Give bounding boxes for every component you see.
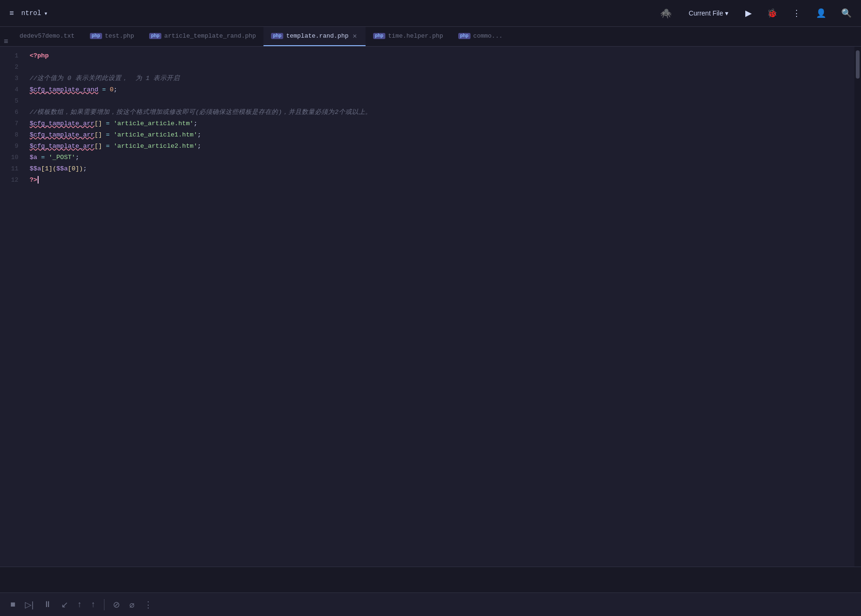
current-file-chevron-icon: ▾ (725, 9, 728, 17)
php-close-tag: ?> (30, 176, 37, 184)
line-content (26, 96, 854, 107)
code-line: 3 //这个值为 0 表示关闭此设置， 为 1 表示开启 (0, 73, 854, 84)
variable: $cfg_tamplate_rand (30, 86, 98, 93)
line-content: $cfg_tamplate_arr[] = 'article_article2.… (26, 141, 854, 152)
more-icon: ⋮ (792, 8, 801, 18)
current-file-button[interactable]: Current File ▾ (683, 7, 734, 20)
line-number: 12 (0, 175, 26, 186)
code-line: 12 ?> (0, 175, 854, 186)
tab-label: template.rand.php (286, 32, 349, 40)
main-toolbar: ≡ ntrol ▾ 🕷️ Current File ▾ ▶ 🐞 ⋮ 👤 🔍 (0, 0, 861, 27)
code-line: 4 $cfg_tamplate_rand = 0; (0, 84, 854, 96)
line-number: 1 (0, 50, 26, 62)
line-content: $cfg_tamplate_arr[] = 'article_article1.… (26, 129, 854, 141)
code-line: 10 $a = '_POST'; (0, 152, 854, 163)
php-badge: php (271, 33, 283, 39)
php-open-tag: <?php (30, 52, 49, 59)
code-line: 1 <?php (0, 50, 854, 62)
step-out-button[interactable]: ↑ (75, 597, 85, 612)
main-content: 1 <?php 2 3 //这个值为 0 表示关闭此设置， 为 1 表示开启 4… (0, 47, 861, 567)
step-up-icon: ↑ (91, 600, 96, 609)
toolbar-divider (104, 599, 104, 610)
tab-time-helper[interactable]: php time.helper.php (366, 27, 451, 46)
line-content: ?> (26, 175, 854, 186)
php-badge: php (90, 33, 102, 39)
tab-label: article_template_rand.php (164, 32, 256, 40)
tab-close-button[interactable]: ✕ (351, 33, 358, 40)
line-content: $$a[1]($$a[0]); (26, 163, 854, 175)
line-number: 2 (0, 62, 26, 73)
line-content: //模板数组，如果需要增加，按这个格式增加或修改即可(必须确保这些模板是存在的)… (26, 107, 854, 118)
code-line: 5 (0, 96, 854, 107)
line-content: //这个值为 0 表示关闭此设置， 为 1 表示开启 (26, 73, 854, 84)
menu-button[interactable]: ≡ (6, 7, 17, 19)
tab-common[interactable]: php commo... (451, 27, 510, 46)
tab-label: test.php (105, 32, 134, 40)
line-content: $a = '_POST'; (26, 152, 854, 163)
pause-button[interactable]: ⏸ (40, 597, 55, 612)
line-number: 9 (0, 141, 26, 152)
sidebar-toggle[interactable]: ≡ (0, 38, 12, 46)
add-user-button[interactable]: 👤 (812, 6, 830, 20)
line-number: 11 (0, 163, 26, 175)
tab-label: dedev57demo.txt (20, 32, 75, 40)
code-line: 6 //模板数组，如果需要增加，按这个格式增加或修改即可(必须确保这些模板是存在… (0, 107, 854, 118)
menu-icon: ≡ (9, 9, 14, 17)
line-content: $cfg_tamplate_arr[] = 'article_article.h… (26, 118, 854, 129)
code-area: 1 <?php 2 3 //这个值为 0 表示关闭此设置， 为 1 表示开启 4… (0, 47, 854, 567)
php-badge: php (373, 33, 385, 39)
step-over-icon: ▷| (25, 600, 34, 610)
toolbar-right: 🕷️ Current File ▾ ▶ 🐞 ⋮ 👤 🔍 (656, 6, 855, 21)
toolbar-left: ≡ ntrol ▾ (6, 7, 48, 19)
editor-scrollbar[interactable] (854, 47, 861, 567)
code-line: 7 $cfg_tamplate_arr[] = 'article_article… (0, 118, 854, 129)
title-dropdown-icon: ▾ (44, 9, 48, 17)
tab-article-template[interactable]: php article_template_rand.php (142, 27, 263, 46)
more-bottom-icon: ⋮ (144, 600, 152, 610)
step-up-button[interactable]: ↑ (88, 597, 98, 612)
search-button[interactable]: 🔍 (837, 6, 855, 20)
more-bottom-button[interactable]: ⋮ (141, 597, 155, 613)
line-content: <?php (26, 50, 854, 62)
scrollbar-thumb[interactable] (856, 50, 860, 79)
clear-button[interactable]: ⌀ (127, 597, 137, 613)
php-badge: php (458, 33, 470, 39)
stop-button[interactable]: ■ (8, 597, 18, 612)
no-entry-button[interactable]: ⊘ (110, 597, 123, 613)
php-badge: php (149, 33, 161, 39)
step-over-button[interactable]: ▷| (22, 597, 37, 613)
debug-button[interactable]: 🐞 (763, 6, 781, 20)
add-user-icon: 👤 (816, 8, 826, 18)
bottom-panel (0, 567, 861, 592)
run-icon: ▶ (745, 8, 752, 18)
line-number: 6 (0, 107, 26, 118)
line-number: 8 (0, 129, 26, 141)
code-line: 2 (0, 62, 854, 73)
bottom-toolbar: ■ ▷| ⏸ ↙ ↑ ↑ ⊘ ⌀ ⋮ (0, 592, 861, 616)
cursor (38, 176, 39, 184)
no-entry-icon: ⊘ (113, 600, 120, 610)
code-line: 8 $cfg_tamplate_arr[] = 'article_article… (0, 129, 854, 141)
debug-icon: 🐞 (767, 8, 777, 18)
run-button[interactable]: ▶ (741, 6, 756, 20)
tab-label: commo... (473, 32, 502, 40)
step-into-button[interactable]: ↙ (58, 597, 71, 613)
debug-spider-button[interactable]: 🕷️ (656, 6, 676, 21)
code-line: 9 $cfg_tamplate_arr[] = 'article_article… (0, 141, 854, 152)
tab-dedev[interactable]: dedev57demo.txt (12, 27, 82, 46)
code-line: 11 $$a[1]($$a[0]); (0, 163, 854, 175)
tab-template-rand[interactable]: php template.rand.php ✕ (263, 27, 366, 46)
code-editor[interactable]: 1 <?php 2 3 //这个值为 0 表示关闭此设置， 为 1 表示开启 4… (0, 47, 854, 567)
stop-icon: ■ (10, 600, 16, 609)
step-into-icon: ↙ (61, 600, 68, 610)
line-number: 10 (0, 152, 26, 163)
app-title: ntrol ▾ (21, 9, 48, 17)
search-icon: 🔍 (841, 8, 852, 18)
line-number: 4 (0, 84, 26, 96)
line-number: 5 (0, 96, 26, 107)
more-options-button[interactable]: ⋮ (789, 6, 805, 20)
clear-icon: ⌀ (129, 600, 135, 610)
tab-label: time.helper.php (388, 32, 443, 40)
tab-test[interactable]: php test.php (82, 27, 142, 46)
line-number: 3 (0, 73, 26, 84)
